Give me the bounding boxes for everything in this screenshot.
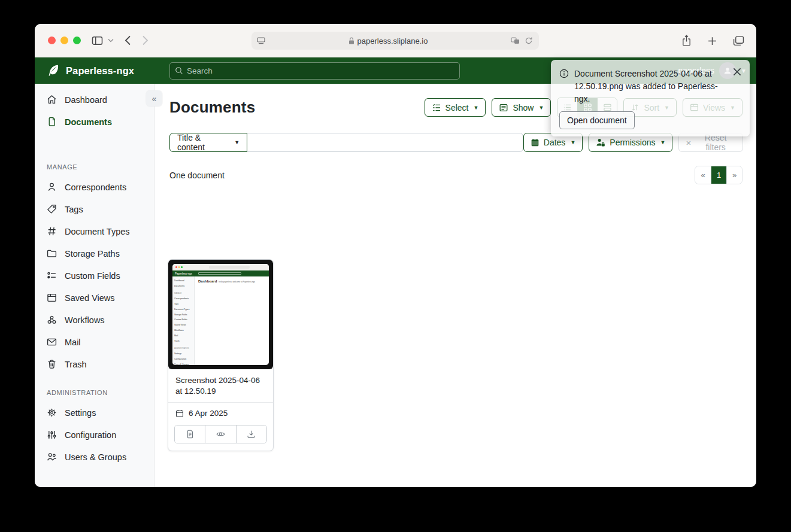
tab-overview-icon[interactable] [733, 36, 744, 46]
sidebar-item-saved-views[interactable]: Saved Views [35, 287, 154, 309]
sidebar-item-configuration[interactable]: Configuration [35, 424, 154, 446]
eye-icon [216, 430, 226, 439]
calendar-icon [175, 409, 184, 418]
caret-down-icon: ▼ [474, 105, 479, 111]
sidebar-item-label: Users & Groups [65, 452, 126, 462]
card-text-icon [499, 103, 508, 113]
global-search-input[interactable] [183, 66, 459, 75]
browser-window: paperless.sliplane.io [35, 24, 756, 487]
sidebar-item-label: Mail [65, 338, 81, 347]
folder-icon [47, 248, 57, 259]
toast-close-button[interactable] [732, 66, 744, 78]
list-check-icon [432, 103, 441, 113]
global-search[interactable] [169, 62, 460, 80]
app-brand[interactable]: Paperless-ngx [47, 64, 169, 77]
address-bar[interactable]: paperless.sliplane.io [251, 32, 539, 50]
sidebar-item-label: Documents [65, 117, 112, 127]
share-icon[interactable] [681, 35, 692, 47]
zoom-window-button[interactable] [73, 37, 81, 44]
envelope-icon [47, 337, 57, 347]
sidebar-section-administration: ADMINISTRATION [35, 389, 154, 402]
page-settings-icon[interactable] [257, 37, 265, 44]
sliders-icon [47, 430, 57, 440]
minimize-window-button[interactable] [60, 37, 68, 44]
trash-icon [47, 359, 57, 369]
chevron-down-icon[interactable] [108, 38, 114, 42]
forward-button[interactable] [142, 35, 148, 45]
document-count: One document [169, 171, 225, 180]
reload-icon[interactable] [525, 37, 533, 45]
filter-field-label: Title & content [177, 133, 229, 152]
hash-icon [47, 226, 57, 236]
close-window-button[interactable] [48, 37, 56, 44]
filter-text-input[interactable] [247, 133, 523, 152]
people-icon [47, 452, 57, 462]
toast-notification: Document Screenshot 2025-04-06 at 12.50.… [551, 60, 750, 136]
mini-sidebar-list: DashboardDocumentsMANAGECorrespondentsTa… [172, 276, 195, 365]
workflows-icon [47, 315, 57, 325]
sidebar-nav: Dashboard Documents MANAGE Correspondent… [35, 84, 154, 487]
sidebar-item-mail[interactable]: Mail [35, 331, 154, 353]
document-download-button[interactable] [236, 425, 266, 443]
document-title[interactable]: Screenshot 2025-04-06 at 12.50.19 [168, 369, 273, 403]
sidebar-item-label: Dashboard [65, 95, 107, 105]
document-date-label: 6 Apr 2025 [189, 409, 228, 418]
sidebar-item-label: Tags [65, 205, 83, 214]
permissions-label: Permissions [610, 138, 655, 147]
sidebar-item-document-types[interactable]: Document Types [35, 220, 154, 242]
sidebar-item-workflows[interactable]: Workflows [35, 309, 154, 331]
app-title: Paperless-ngx [66, 65, 134, 77]
saved-views-icon [47, 293, 57, 303]
sidebar-item-settings[interactable]: Settings [35, 402, 154, 424]
back-button[interactable] [125, 35, 131, 45]
page-title: Documents [169, 98, 255, 117]
filter-field-dropdown[interactable]: Title & content ▼ [169, 133, 247, 152]
sidebar-item-dashboard[interactable]: Dashboard [35, 89, 154, 111]
sidebar-item-trash[interactable]: Trash [35, 353, 154, 375]
translate-icon[interactable] [511, 37, 520, 44]
close-icon [732, 66, 742, 77]
paperless-logo-icon [47, 64, 60, 77]
show-label: Show [513, 103, 534, 113]
person-lock-icon [596, 138, 605, 147]
pagination-next-button[interactable]: » [726, 166, 742, 184]
sidebar-item-tags[interactable]: Tags [35, 198, 154, 220]
sidebar-item-documents[interactable]: Documents [35, 111, 154, 133]
toast-message: Document Screenshot 2025-04-06 at 12.50.… [574, 68, 726, 105]
sidebar-item-label: Correspondents [65, 183, 126, 192]
caret-down-icon: ▼ [234, 139, 240, 145]
tag-icon [47, 204, 57, 214]
browser-toolbar: paperless.sliplane.io [35, 24, 756, 57]
traffic-lights [48, 37, 81, 44]
pagination-page-1-button[interactable]: 1 [711, 166, 726, 184]
caret-down-icon: ▼ [570, 139, 575, 145]
download-icon [247, 430, 256, 439]
sidebar-collapse-button[interactable]: « [146, 90, 162, 107]
sidebar-item-label: Workflows [65, 315, 105, 325]
sidebar-item-label: Storage Paths [65, 249, 120, 259]
sidebar-item-users-groups[interactable]: Users & Groups [35, 446, 154, 468]
file-icon [47, 117, 57, 127]
caret-down-icon: ▼ [660, 139, 666, 145]
main-content: Documents Select ▼ Show ▼ [154, 84, 756, 487]
sidebar-item-correspondents[interactable]: Correspondents [35, 176, 154, 198]
document-date: 6 Apr 2025 [168, 403, 273, 424]
document-preview-button[interactable] [205, 425, 235, 443]
document-card[interactable]: Paperless-ngx DashboardDocumentsMANAGECo… [168, 259, 274, 451]
pagination-prev-button[interactable]: « [695, 166, 711, 184]
sidebar-section-manage: MANAGE [35, 163, 154, 176]
sidebar-toggle-icon[interactable] [92, 36, 103, 45]
lock-icon [348, 37, 354, 45]
select-button[interactable]: Select ▼ [425, 98, 486, 117]
sidebar-item-storage-paths[interactable]: Storage Paths [35, 242, 154, 265]
person-icon [47, 182, 57, 192]
document-details-button[interactable] [175, 425, 205, 443]
sidebar-item-label: Document Types [65, 227, 130, 236]
show-button[interactable]: Show ▼ [492, 98, 551, 117]
search-icon [175, 66, 183, 75]
x-icon: × [686, 138, 691, 148]
sidebar-item-custom-fields[interactable]: Custom Fields [35, 265, 154, 287]
document-thumbnail[interactable]: Paperless-ngx DashboardDocumentsMANAGECo… [168, 260, 273, 369]
new-tab-icon[interactable] [707, 36, 717, 46]
open-document-button[interactable]: Open document [559, 111, 635, 129]
